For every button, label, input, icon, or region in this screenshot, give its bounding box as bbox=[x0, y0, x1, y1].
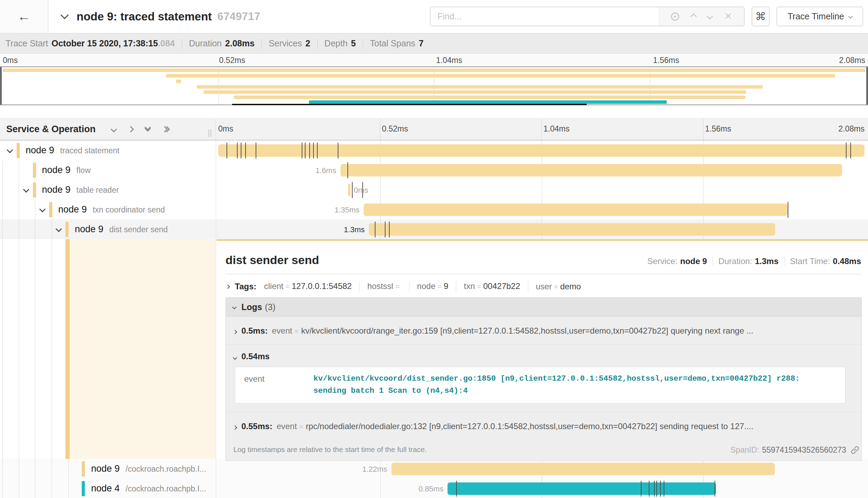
minimap-tick-labels: 0ms 0.52ms 1.04ms 1.56ms 2.08ms bbox=[0, 54, 868, 66]
span-duration-label: 1.35ms bbox=[335, 206, 360, 215]
collapse-one-icon[interactable] bbox=[110, 126, 117, 132]
ruler-tick: 1.04ms bbox=[543, 124, 569, 134]
service-value: node 9 bbox=[680, 256, 707, 266]
span-operation: table reader bbox=[77, 185, 119, 194]
minimap-span-bar bbox=[204, 90, 746, 94]
total-spans-value: 7 bbox=[419, 38, 424, 48]
minimap-view-range[interactable] bbox=[232, 104, 586, 105]
log-marker-tick bbox=[347, 162, 348, 178]
service-label: Service: bbox=[647, 256, 677, 266]
trace-summary-bar: Trace Start October 15 2020, 17:38:15.08… bbox=[0, 34, 868, 54]
trace-start-ms: .084 bbox=[158, 38, 175, 48]
service-color-indicator bbox=[82, 461, 85, 477]
span-duration-bar[interactable] bbox=[448, 482, 716, 495]
keyboard-shortcuts-button[interactable]: ⌘ bbox=[752, 7, 770, 26]
minimap-right-handle[interactable] bbox=[866, 67, 868, 105]
service-color-indicator bbox=[33, 163, 36, 178]
collapse-all-icon[interactable] bbox=[145, 128, 150, 131]
service-color-indicator bbox=[49, 202, 52, 217]
column-resize-handle[interactable] bbox=[209, 129, 211, 137]
tags-label: Tags: bbox=[235, 282, 256, 291]
span-duration-bar[interactable] bbox=[369, 223, 776, 236]
span-operation: /cockroach.roachpb.I... bbox=[126, 464, 206, 473]
next-match-icon[interactable] bbox=[707, 13, 713, 19]
expand-one-icon[interactable] bbox=[127, 126, 134, 132]
log-marker-tick bbox=[237, 143, 238, 159]
collapse-children-chevron-icon[interactable] bbox=[55, 226, 62, 232]
log-marker-tick bbox=[305, 143, 305, 159]
view-selector-button[interactable]: Trace Timeline bbox=[777, 7, 863, 26]
service-color-indicator bbox=[17, 143, 20, 158]
tag-user: user=demo bbox=[536, 282, 581, 291]
column-divider bbox=[216, 141, 216, 498]
tags-row[interactable]: Tags: client=127.0.0.1:54582 hostssl= no… bbox=[226, 281, 861, 292]
header-controls: ✕ ⌘ Trace Timeline bbox=[430, 7, 863, 26]
minimap-span-bar bbox=[176, 80, 181, 83]
divider bbox=[262, 39, 262, 48]
log-marker-tick bbox=[227, 143, 227, 159]
log-entry-2-header[interactable]: 0.54ms bbox=[233, 352, 854, 361]
span-duration-bar[interactable] bbox=[364, 203, 788, 216]
log-entry-1[interactable]: 0.5ms: event = kv/kvclient/kvcoord/range… bbox=[226, 317, 861, 345]
log-field: event bbox=[272, 326, 292, 336]
collapse-children-chevron-icon[interactable] bbox=[23, 186, 29, 192]
logs-section: Logs (3) 0.5ms: event = kv/kvclient/kvco… bbox=[225, 297, 862, 461]
log-field: event bbox=[276, 422, 297, 431]
minimap-left-handle[interactable] bbox=[0, 67, 2, 105]
tag-client: client=127.0.0.1:54582 bbox=[264, 281, 360, 292]
log-marker-tick bbox=[313, 143, 314, 159]
span-duration-label: 1.22ms bbox=[362, 465, 387, 474]
span-service: node 4 bbox=[91, 483, 120, 494]
log-entry-3[interactable]: 0.55ms: event = rpc/nodedialer/nodediale… bbox=[226, 412, 861, 440]
span-duration-bar[interactable] bbox=[218, 144, 865, 157]
trace-minimap[interactable] bbox=[0, 66, 868, 105]
expand-all-icon[interactable] bbox=[162, 127, 169, 132]
collapse-trace-chevron-icon[interactable] bbox=[60, 11, 69, 19]
span-duration-bar[interactable] bbox=[391, 463, 775, 475]
minimap-span-bar bbox=[197, 85, 762, 89]
minimap-grid bbox=[3, 67, 865, 105]
log-marker-tick bbox=[660, 481, 661, 497]
span-duration-bar[interactable] bbox=[348, 184, 351, 196]
log-time: 0.54ms bbox=[241, 352, 269, 361]
tree-guide-line bbox=[2, 160, 3, 498]
log-marker-tick bbox=[309, 143, 310, 159]
services-value: 2 bbox=[305, 38, 310, 48]
span-service: node 9 bbox=[75, 224, 104, 234]
chevron-down-icon bbox=[232, 305, 237, 309]
logs-header[interactable]: Logs (3) bbox=[226, 298, 861, 316]
find-input[interactable] bbox=[431, 7, 659, 26]
span-detail-meta: Service:node 9 Duration:1.3ms Start Time… bbox=[647, 256, 861, 266]
logs-count: (3) bbox=[265, 302, 276, 312]
view-selector-label: Trace Timeline bbox=[788, 11, 844, 21]
ruler-tick: 0ms bbox=[218, 124, 233, 134]
span-service: node 9 bbox=[42, 184, 71, 195]
trace-id: 6749717 bbox=[218, 10, 260, 23]
span-id-label: SpanID: bbox=[730, 445, 759, 455]
span-detail-title: dist sender send bbox=[225, 253, 319, 267]
clear-find-icon[interactable]: ✕ bbox=[724, 12, 732, 21]
minimap-span-bar bbox=[3, 69, 865, 72]
log-time: 0.55ms: bbox=[241, 422, 272, 431]
log-field: event bbox=[235, 367, 313, 403]
start-time-value: 0.48ms bbox=[833, 256, 861, 266]
log-entry-2-expanded: 0.54ms event kv/kvclient/kvcoord/dist_se… bbox=[226, 345, 861, 412]
span-duration-label: 0.85ms bbox=[418, 485, 443, 494]
timeline-column-header: Service & Operation 0ms 0.52ms 1.04ms 1.… bbox=[0, 118, 868, 141]
duration-label: Duration: bbox=[718, 256, 752, 266]
link-icon[interactable] bbox=[850, 445, 860, 455]
collapse-children-chevron-icon[interactable] bbox=[39, 206, 45, 212]
jaeger-trace-page: ← node 9: traced statement 6749717 ✕ ⌘ T… bbox=[0, 0, 868, 498]
minimap-span-bar bbox=[166, 74, 835, 78]
chevron-right-icon bbox=[233, 425, 237, 430]
collapse-children-chevron-icon[interactable] bbox=[7, 147, 13, 153]
prev-match-icon[interactable] bbox=[690, 13, 697, 19]
logs-label: Logs bbox=[241, 302, 262, 312]
services-label: Services bbox=[269, 38, 302, 48]
back-button[interactable]: ← bbox=[0, 0, 48, 33]
minimap-tick: 2.08ms bbox=[839, 56, 865, 65]
log-event-table: event kv/kvclient/kvcoord/dist_sender.go… bbox=[235, 367, 845, 404]
span-duration-bar[interactable] bbox=[340, 164, 842, 176]
span-service: node 9 bbox=[58, 204, 87, 215]
locate-match-icon[interactable] bbox=[671, 12, 679, 21]
